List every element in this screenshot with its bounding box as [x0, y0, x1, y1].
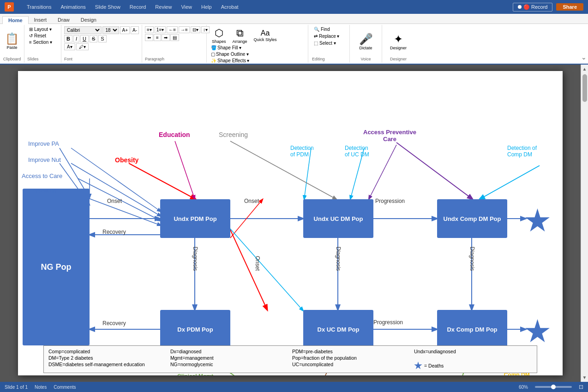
box-ng-pop[interactable]: NG Pop: [23, 189, 90, 345]
bullets-button[interactable]: ≡▾: [145, 26, 154, 33]
expand-icon: ⌄: [581, 53, 587, 61]
font-family-select[interactable]: Calibri: [64, 26, 102, 34]
tab-record[interactable]: Record: [125, 2, 150, 12]
svg-line-14: [229, 228, 267, 310]
section-button[interactable]: ≡ Section ▾: [27, 39, 58, 45]
label-onset-2: Onset: [244, 198, 259, 204]
underline-button[interactable]: U: [80, 35, 89, 42]
shape-fill-button[interactable]: 🪣 Shape Fill ▾: [210, 45, 305, 51]
legend-undx: Undx=undiagnosed: [414, 349, 532, 354]
tab-help[interactable]: Help: [197, 2, 216, 12]
label-access-prev-care: Access PreventiveCare: [363, 129, 416, 143]
comments-button[interactable]: Comments: [54, 385, 76, 390]
slides-group-label: Slides: [27, 57, 58, 61]
label-recovery-1: Recovery: [102, 229, 126, 235]
paste-label: Paste: [6, 45, 17, 50]
replace-button[interactable]: ⇄ Replace ▾: [312, 33, 346, 39]
tab-slideshow[interactable]: Slide Show: [90, 2, 125, 12]
svg-line-22: [369, 145, 396, 199]
shapes-icon: ⬡: [215, 27, 223, 39]
svg-line-13: [129, 163, 196, 199]
paragraph-group-label: Paragraph: [145, 57, 204, 61]
box-dx-pdm[interactable]: Dx PDM Pop: [160, 310, 230, 349]
align-right-button[interactable]: ➡: [162, 34, 170, 41]
label-access-to-care: Access to Care: [22, 172, 62, 179]
shape-effects-label: Shape Effects: [217, 58, 246, 63]
text-highlight-button[interactable]: 🖊▾: [76, 43, 89, 50]
justify-button[interactable]: ▤: [170, 34, 179, 41]
tab-draw[interactable]: Draw: [52, 16, 75, 24]
starburst-dx: [525, 319, 550, 344]
tab-review[interactable]: Review: [150, 2, 176, 12]
font-group-label: Font: [64, 57, 139, 61]
select-icon: ⬚: [314, 41, 318, 46]
numbering-button[interactable]: 1≡▾: [155, 26, 166, 33]
paste-button[interactable]: 📋 Paste: [3, 31, 21, 51]
layout-icon: ⊞: [29, 27, 33, 32]
svg-line-23: [229, 228, 303, 311]
share-button[interactable]: Share: [556, 3, 583, 11]
decrease-font-button[interactable]: A-: [131, 26, 139, 34]
box-dx-comp-dm[interactable]: Dx Comp DM Pop: [437, 310, 507, 349]
decrease-indent-button[interactable]: ←≡: [167, 26, 178, 33]
align-center-button[interactable]: ≡: [154, 34, 161, 41]
box-undx-comp-dm[interactable]: Undx Comp DM Pop: [437, 199, 507, 238]
svg-line-21: [396, 143, 473, 199]
select-label: Select: [319, 41, 332, 46]
label-obesity: Obesity: [115, 156, 138, 164]
zoom-level: 60%: [519, 385, 528, 390]
ribbon-expand-button[interactable]: ⌄: [580, 52, 588, 63]
label-diagnosis-1: Diagnosis: [192, 247, 198, 271]
shapes-button[interactable]: ⬡ Shapes: [210, 26, 228, 45]
dictate-button[interactable]: 🎤 Dictate: [357, 32, 375, 51]
bold-button[interactable]: B: [64, 35, 72, 42]
tab-acrobat[interactable]: Acrobat: [216, 2, 243, 12]
tab-animations[interactable]: Animations: [56, 2, 90, 12]
fit-slide-button[interactable]: ⊡: [579, 384, 583, 390]
shape-outline-button[interactable]: ▢ Shape Outline ▾: [210, 51, 305, 57]
select-button[interactable]: ⬚ Select ▾: [312, 40, 346, 46]
box-dx-uc-dm[interactable]: Dx UC DM Pop: [303, 310, 373, 349]
label-diagnosis-3: Diagnosis: [469, 247, 475, 271]
tab-home[interactable]: Home: [2, 16, 29, 24]
voice-group-label: Voice: [360, 57, 371, 61]
label-detect-comp-dm: Detection ofComp DM: [507, 145, 537, 158]
shape-outline-icon: ▢: [211, 52, 215, 57]
legend-empty: [414, 355, 532, 361]
scroll-down-button[interactable]: ▼: [582, 374, 588, 381]
zoom-slider[interactable]: [535, 386, 572, 388]
strikethrough-button[interactable]: S: [90, 35, 97, 42]
record-button[interactable]: 🔴 Record: [513, 3, 553, 12]
tab-design[interactable]: Design: [75, 16, 102, 24]
columns-button[interactable]: ⊟▾: [191, 26, 200, 33]
label-education: Education: [159, 131, 190, 138]
box-undx-uc-dm[interactable]: Undx UC DM Pop: [303, 199, 373, 238]
quick-styles-button[interactable]: Aa Quick Styles: [252, 28, 279, 43]
notes-button[interactable]: Notes: [35, 385, 47, 390]
designer-button[interactable]: ✦ Designer: [388, 32, 409, 51]
arrange-button[interactable]: ⧉ Arrange: [230, 26, 250, 45]
increase-indent-button[interactable]: →≡: [179, 26, 190, 33]
shadow-button[interactable]: S: [98, 35, 106, 42]
tab-transitions[interactable]: Transitions: [22, 2, 56, 12]
increase-font-button[interactable]: A+: [120, 26, 130, 34]
editing-group-label: Editing: [312, 57, 346, 61]
layout-button[interactable]: ⊞ Layout ▾: [27, 26, 58, 32]
align-left-button[interactable]: ⬅: [145, 34, 153, 41]
font-size-select[interactable]: 18: [102, 26, 119, 34]
find-button[interactable]: 🔍 Find: [312, 26, 346, 32]
designer-group-label: Designer: [390, 57, 407, 61]
font-color-button[interactable]: A▾: [64, 43, 75, 50]
tab-view[interactable]: View: [176, 2, 197, 12]
tab-insert[interactable]: Insert: [29, 16, 53, 24]
scroll-up-button[interactable]: ▲: [582, 65, 588, 72]
slide[interactable]: NG Pop Undx PDM Pop Undx UC DM Pop Undx …: [18, 71, 563, 375]
app-icon: P: [5, 2, 14, 12]
scroll-thumb[interactable]: [582, 74, 587, 102]
vertical-scrollbar[interactable]: ▲ ▼: [581, 65, 588, 382]
italic-button[interactable]: I: [73, 35, 79, 42]
reset-button[interactable]: ↺ Reset: [27, 33, 58, 39]
box-undx-pdm[interactable]: Undx PDM Pop: [160, 199, 230, 238]
label-onset-vert: Onset: [254, 256, 261, 271]
shape-effects-button[interactable]: ✨ Shape Effects ▾: [210, 58, 305, 64]
